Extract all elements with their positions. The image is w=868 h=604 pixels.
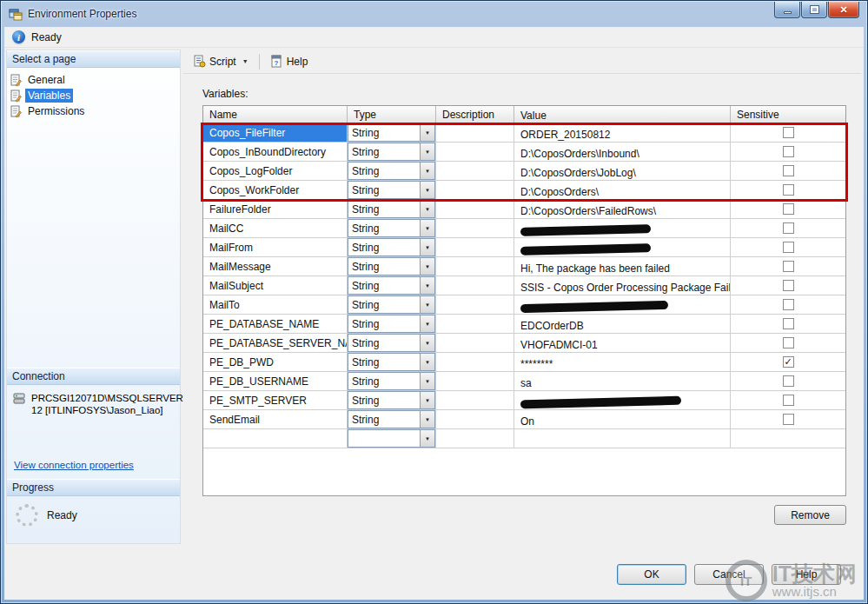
var-name-cell[interactable]: PE_DATABASE_NAME <box>203 315 348 334</box>
sensitive-checkbox[interactable] <box>783 414 794 425</box>
var-description-cell[interactable] <box>436 162 514 181</box>
column-header-value[interactable]: Value <box>514 106 731 123</box>
script-dropdown-arrow-icon[interactable]: ▼ <box>242 58 248 64</box>
sensitive-checkbox[interactable] <box>783 203 794 215</box>
type-dropdown[interactable]: String▼ <box>348 391 435 409</box>
minimize-button[interactable] <box>774 2 800 18</box>
type-dropdown[interactable]: String▼ <box>348 410 435 428</box>
script-button[interactable]: Script ▼ <box>187 51 255 71</box>
var-value-cell[interactable]: EDCOrderDB <box>514 315 731 334</box>
sensitive-checkbox[interactable] <box>783 395 794 406</box>
dropdown-arrow-icon[interactable]: ▼ <box>420 182 434 198</box>
sensitive-checkbox[interactable] <box>783 261 794 272</box>
var-value-cell[interactable]: ******** <box>514 353 731 372</box>
var-description-cell[interactable] <box>436 429 514 448</box>
type-dropdown[interactable]: String▼ <box>348 315 435 333</box>
var-description-cell[interactable] <box>436 353 514 372</box>
var-name-cell[interactable]: SendEmail <box>203 410 348 429</box>
var-value-cell[interactable]: ORDER_20150812 <box>514 123 731 143</box>
var-name-cell[interactable]: PE_DATABASE_SERVER_NAME <box>203 334 348 353</box>
titlebar[interactable]: Environment Properties ✕ <box>1 1 867 27</box>
dropdown-arrow-icon[interactable]: ▼ <box>420 258 434 275</box>
dropdown-arrow-icon[interactable]: ▼ <box>420 124 434 141</box>
dropdown-arrow-icon[interactable]: ▼ <box>420 277 434 294</box>
type-dropdown[interactable]: String▼ <box>348 238 435 256</box>
dropdown-arrow-icon[interactable]: ▼ <box>420 430 434 447</box>
var-name-cell[interactable]: PE_DB_PWD <box>203 353 348 372</box>
var-name-cell[interactable]: MailMessage <box>203 257 348 276</box>
var-description-cell[interactable] <box>436 123 514 143</box>
column-header-type[interactable]: Type <box>348 106 436 123</box>
close-button[interactable]: ✕ <box>828 2 859 18</box>
dropdown-arrow-icon[interactable]: ▼ <box>420 373 434 389</box>
var-name-cell[interactable]: MailTo <box>203 295 348 315</box>
type-dropdown[interactable]: String▼ <box>348 162 435 180</box>
sensitive-checkbox[interactable]: ✓ <box>783 356 794 368</box>
var-value-cell[interactable]: D:\CoposOrders\Inbound\ <box>514 143 731 162</box>
column-header-sensitive[interactable]: Sensitive <box>731 106 845 123</box>
dropdown-arrow-icon[interactable]: ▼ <box>420 220 434 236</box>
sensitive-checkbox[interactable] <box>783 299 794 310</box>
var-description-cell[interactable] <box>436 372 514 391</box>
dropdown-arrow-icon[interactable]: ▼ <box>420 296 434 313</box>
type-dropdown[interactable]: String▼ <box>348 123 435 142</box>
ok-button[interactable]: OK <box>617 564 686 585</box>
var-name-cell[interactable]: PE_SMTP_SERVER <box>203 391 348 410</box>
dropdown-arrow-icon[interactable]: ▼ <box>420 392 434 408</box>
sensitive-checkbox[interactable] <box>783 165 794 176</box>
help-button-toolbar[interactable]: ? Help <box>264 51 315 71</box>
sensitive-checkbox[interactable] <box>783 146 794 157</box>
var-description-cell[interactable] <box>436 295 514 315</box>
sidebar-item-permissions[interactable]: Permissions <box>10 103 177 119</box>
sensitive-checkbox[interactable] <box>783 242 794 253</box>
sensitive-checkbox[interactable] <box>783 222 794 234</box>
sidebar-item-general[interactable]: General <box>10 72 177 88</box>
sidebar-item-variables[interactable]: Variables <box>10 88 177 103</box>
var-value-cell[interactable]: On <box>514 410 731 429</box>
var-description-cell[interactable] <box>436 181 514 200</box>
var-name-cell[interactable]: Copos_InBoundDirectory <box>203 143 348 162</box>
dropdown-arrow-icon[interactable]: ▼ <box>420 163 434 179</box>
var-name-cell[interactable]: Copos_FileFilter <box>203 123 348 143</box>
sensitive-checkbox[interactable] <box>783 375 794 387</box>
sensitive-checkbox[interactable] <box>783 280 794 291</box>
type-dropdown[interactable]: String▼ <box>348 257 435 275</box>
cancel-button[interactable]: Cancel <box>694 564 764 585</box>
type-dropdown[interactable]: String▼ <box>348 276 435 295</box>
sensitive-checkbox[interactable] <box>783 337 794 348</box>
dropdown-arrow-icon[interactable]: ▼ <box>420 411 434 428</box>
dropdown-arrow-icon[interactable]: ▼ <box>420 354 434 370</box>
var-value-cell[interactable] <box>514 391 731 410</box>
var-description-cell[interactable] <box>436 315 514 334</box>
var-description-cell[interactable] <box>436 391 514 410</box>
var-value-cell[interactable]: SSIS - Copos Order Processing Package Fa… <box>514 276 731 295</box>
dropdown-arrow-icon[interactable]: ▼ <box>420 143 434 160</box>
maximize-button[interactable] <box>801 2 827 18</box>
dropdown-arrow-icon[interactable]: ▼ <box>420 239 434 256</box>
var-value-cell[interactable] <box>514 238 731 257</box>
var-value-cell[interactable]: D:\CoposOrders\FailedRows\ <box>514 200 731 219</box>
var-name-cell[interactable]: MailFrom <box>203 238 348 257</box>
var-description-cell[interactable] <box>436 410 514 429</box>
var-description-cell[interactable] <box>436 200 514 219</box>
sensitive-checkbox[interactable] <box>783 318 794 329</box>
var-value-cell[interactable]: VHOFADMCI-01 <box>514 334 731 353</box>
column-header-description[interactable]: Description <box>436 106 514 123</box>
column-header-name[interactable]: Name <box>203 106 348 123</box>
dropdown-arrow-icon[interactable]: ▼ <box>420 315 434 332</box>
var-name-cell[interactable] <box>203 429 348 448</box>
var-name-cell[interactable]: Copos_WorkFolder <box>203 181 348 200</box>
type-dropdown[interactable]: String▼ <box>348 200 435 218</box>
var-description-cell[interactable] <box>436 276 514 295</box>
var-name-cell[interactable]: PE_DB_USERNAME <box>203 372 348 391</box>
var-value-cell[interactable]: D:\CoposOrders\ <box>514 181 731 200</box>
var-description-cell[interactable] <box>436 238 514 257</box>
var-name-cell[interactable]: MailSubject <box>203 276 348 295</box>
var-value-cell[interactable] <box>514 429 731 448</box>
var-name-cell[interactable]: MailCC <box>203 219 348 238</box>
dropdown-arrow-icon[interactable]: ▼ <box>420 201 434 217</box>
var-value-cell[interactable] <box>514 295 731 315</box>
sensitive-checkbox[interactable] <box>783 184 794 196</box>
var-description-cell[interactable] <box>436 257 514 276</box>
type-dropdown[interactable]: String▼ <box>348 372 435 390</box>
